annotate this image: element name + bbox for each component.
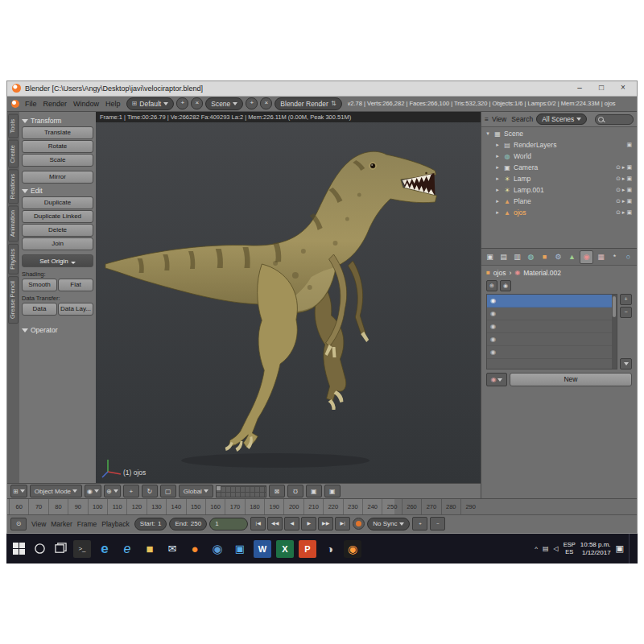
cortana-search-button[interactable] — [29, 537, 50, 561]
toolshelf-tab[interactable]: Animation — [8, 205, 19, 242]
delete-scene-button[interactable]: × — [260, 97, 272, 109]
ruler-frame-label[interactable]: 230 — [343, 499, 362, 514]
data-transfer-button[interactable]: Data Lay... — [58, 303, 93, 316]
expander-icon[interactable]: ▸ — [494, 209, 501, 216]
outliner-row[interactable]: ▸ ◍ World — [481, 151, 637, 162]
ruler-frame-label[interactable]: 190 — [264, 499, 283, 514]
ruler-frame-label[interactable]: 200 — [283, 499, 303, 514]
scene-select[interactable]: Scene — [205, 97, 243, 110]
slot-scrollbar[interactable] — [612, 295, 617, 369]
material-slot[interactable]: ◉ — [487, 346, 612, 359]
manipulator-rotate-button[interactable]: ↻ — [142, 485, 158, 497]
menu-item[interactable]: Render — [40, 100, 71, 108]
cmd-icon[interactable]: >_ — [73, 540, 91, 558]
ruler-frame-label[interactable]: 130 — [147, 499, 166, 514]
expander-icon[interactable]: ▸ — [494, 175, 501, 182]
ruler-frame-label[interactable]: 120 — [126, 499, 146, 514]
show-desktop-button[interactable] — [629, 534, 633, 564]
start-button[interactable] — [8, 537, 29, 561]
layers-grid[interactable] — [216, 485, 266, 497]
shading-button[interactable]: Flat — [58, 279, 93, 291]
add-material-slot-button[interactable]: + — [620, 294, 632, 305]
ruler-frame-label[interactable]: 100 — [88, 499, 107, 514]
prev-keyframe-button[interactable]: ◀◀ — [267, 517, 283, 530]
jump-to-start-button[interactable]: |◀ — [250, 517, 266, 530]
tray-app-icon[interactable]: ▤ — [543, 545, 549, 552]
play-reverse-button[interactable]: ◀ — [284, 517, 299, 530]
toolshelf-tab[interactable]: Physics — [8, 244, 19, 275]
panel-header-edit[interactable]: Edit — [22, 187, 93, 195]
edge-icon[interactable]: e — [96, 540, 114, 558]
ruler-frame-label[interactable]: 110 — [107, 499, 126, 514]
restrict-toggles[interactable]: ⊙▸▣ — [616, 198, 637, 204]
velociraptor-model[interactable] — [105, 151, 437, 468]
data-transfer-button[interactable]: Data — [22, 303, 57, 316]
file-explorer-icon[interactable]: ■ — [141, 540, 159, 558]
timeline-ruler[interactable]: 6070809010011012013014015016017018019020… — [7, 498, 637, 514]
pin-icon[interactable]: ⊕ — [486, 280, 497, 291]
ruler-frame-label[interactable]: 170 — [225, 499, 244, 514]
restrict-toggles[interactable]: ⊙▸▣ — [616, 209, 637, 216]
language-indicator[interactable]: ESP ES — [564, 542, 576, 555]
powerpoint-icon[interactable]: P — [299, 540, 316, 558]
outliner-menu-item[interactable]: Search — [511, 115, 533, 123]
mode-select[interactable]: Object Mode — [30, 485, 82, 497]
restrict-toggles[interactable]: ▣ — [626, 142, 637, 148]
maximize-button[interactable]: □ — [592, 82, 610, 94]
render-engine-select[interactable]: Blender Render ⇅ — [275, 97, 341, 110]
ruler-frame-label[interactable]: 150 — [186, 499, 205, 514]
screen-layout-select[interactable]: ⊞ Default — [126, 97, 175, 110]
expander-icon[interactable]: ▸ — [494, 153, 501, 159]
render-tab-icon[interactable]: ▣ — [484, 251, 496, 263]
panel-header-transform[interactable]: Transform — [22, 117, 93, 125]
outliner-menu-item[interactable]: View — [492, 115, 506, 123]
browse-material-button[interactable]: ◉ — [486, 373, 507, 386]
expander-icon[interactable]: ▸ — [494, 142, 501, 148]
display-filter-select[interactable]: All Scenes — [536, 114, 587, 125]
tool-button[interactable]: Scale — [22, 154, 93, 167]
minimize-button[interactable]: – — [571, 82, 588, 94]
remove-material-slot-button[interactable]: − — [620, 307, 632, 318]
tool-button[interactable]: Join — [22, 237, 93, 250]
tool-button[interactable]: Rotate — [22, 140, 93, 153]
restrict-toggles[interactable]: ⊙▸▣ — [616, 187, 637, 193]
ie-icon[interactable]: e — [118, 540, 136, 558]
modifiers-tab-icon[interactable]: ⚙ — [552, 251, 564, 263]
slot-menu-button[interactable] — [620, 358, 632, 369]
remove-keyframe-button[interactable]: − — [430, 517, 445, 530]
clock[interactable]: 10:58 p.m. 1/12/2017 — [580, 541, 611, 556]
ruler-frame-label[interactable]: 140 — [166, 499, 185, 514]
chrome-icon[interactable]: ◉ — [208, 540, 226, 558]
photos-icon[interactable]: ▣ — [231, 540, 249, 558]
breadcrumb-object[interactable]: ojos — [493, 269, 506, 277]
restrict-toggles[interactable]: ⊙▸▣ — [616, 175, 637, 182]
physics-tab-icon[interactable]: ○ — [622, 251, 634, 263]
toolshelf-tab[interactable]: Tools — [8, 114, 19, 138]
outliner-item-label[interactable]: Lamp.001 — [514, 186, 613, 194]
outliner-item-label[interactable]: ojos — [514, 208, 613, 217]
snap-magnet-icon[interactable]: Ω — [287, 485, 303, 497]
ruler-frame-label[interactable]: 180 — [245, 499, 264, 514]
outliner-row[interactable]: ▸ ▤ RenderLayers ▣ — [481, 139, 637, 151]
jump-to-end-button[interactable]: ▶| — [335, 517, 350, 530]
editor-type-button[interactable]: ⊞ — [10, 485, 27, 497]
outliner-item-label[interactable]: Scene — [504, 130, 631, 138]
ruler-frame-label[interactable]: 240 — [362, 499, 382, 514]
material-slot[interactable]: ◉ — [487, 320, 612, 333]
timeline-menu-item[interactable]: Frame — [75, 520, 100, 528]
frame-end-field[interactable]: End: 250 — [169, 518, 207, 530]
lock-icon[interactable]: ⊠ — [269, 485, 285, 497]
sync-mode-select[interactable]: No Sync — [367, 518, 410, 530]
toolshelf-tab[interactable]: Relations — [8, 169, 19, 204]
timeline-editor-icon[interactable]: ⊙ — [10, 518, 27, 530]
paint-icon[interactable]: ◑ — [321, 540, 339, 558]
expander-icon[interactable]: ▸ — [494, 187, 501, 193]
pivot-center-button[interactable]: ⊕ — [104, 485, 121, 497]
outliner-row[interactable]: ▸ ☀ Lamp.001 ⊙▸▣ — [481, 184, 637, 196]
material-slot[interactable]: ◉ — [487, 295, 612, 308]
tool-button[interactable]: Duplicate — [22, 196, 93, 209]
ruler-frame-label[interactable]: 60 — [9, 499, 28, 514]
ruler-frame-label[interactable]: 160 — [205, 499, 225, 514]
outliner-item-label[interactable]: World — [514, 152, 631, 160]
material-slot[interactable]: ◉ — [487, 308, 612, 320]
